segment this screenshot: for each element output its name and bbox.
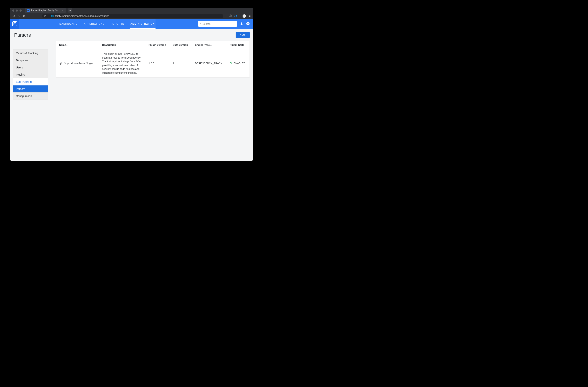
browser-chrome: Parser Plugins : Fortify Software ✕ + ◁ … xyxy=(10,8,253,19)
sidebar: Metrics & Tracking Templates Users Plugi… xyxy=(13,49,48,100)
cell-description: This plugin allows Fortify SSC to integr… xyxy=(101,49,147,78)
table-row[interactable]: Dependency-Track Plugin This plugin allo… xyxy=(56,49,250,78)
plugin-icon xyxy=(59,62,62,65)
nav-dashboard[interactable]: DASHBOARD xyxy=(59,19,78,29)
app-logo[interactable] xyxy=(10,19,19,29)
browser-tab[interactable]: Parser Plugins : Fortify Software ✕ xyxy=(25,8,66,13)
col-engine-type[interactable]: Engine Type xyxy=(193,41,228,49)
window-maximize-icon[interactable] xyxy=(20,9,22,12)
sidebar-item-templates[interactable]: Templates xyxy=(13,57,48,64)
tab-title: Parser Plugins : Fortify Software xyxy=(31,9,61,12)
sidebar-item-users[interactable]: Users xyxy=(13,64,48,71)
parsers-table: Name Description Plugin Version Data Ver… xyxy=(56,41,250,78)
address-bar[interactable]: ◻ 🌐 fortify.example.org/ssc/html/ssc/adm… xyxy=(42,14,223,18)
col-description[interactable]: Description xyxy=(101,41,147,49)
toolbar-divider xyxy=(240,14,240,18)
profile-avatar-icon[interactable] xyxy=(243,14,246,18)
col-name[interactable]: Name xyxy=(56,41,101,49)
col-plugin-version[interactable]: Plugin Version xyxy=(147,41,171,49)
col-plugin-state[interactable]: Plugin State xyxy=(228,41,250,49)
browser-menu-icon[interactable]: ≡ xyxy=(249,14,251,18)
status-ring-icon[interactable] xyxy=(234,15,237,17)
new-tab-button[interactable]: + xyxy=(68,8,72,13)
col-data-version[interactable]: Data Version xyxy=(171,41,193,49)
sidebar-item-parsers[interactable]: Parsers xyxy=(13,85,48,93)
window-minimize-icon[interactable] xyxy=(16,9,18,12)
bookmark-icon[interactable]: ◻ xyxy=(44,15,46,17)
globe-icon: 🌐 xyxy=(51,15,54,17)
reload-icon[interactable]: ⟳ xyxy=(23,15,25,18)
browser-window: Parser Plugins : Fortify Software ✕ + ◁ … xyxy=(10,8,253,161)
main-nav: DASHBOARD APPLICATIONS REPORTS ADMINISTR… xyxy=(19,19,195,29)
fortify-logo-icon xyxy=(12,21,17,26)
cell-plugin-version: 1.0.0 xyxy=(147,49,171,78)
cell-name: Dependency-Track Plugin xyxy=(64,62,93,64)
back-icon[interactable]: ◁ xyxy=(13,15,15,18)
sidebar-item-metrics-tracking[interactable]: Metrics & Tracking xyxy=(13,50,48,57)
nav-administration[interactable]: ADMINISTRATION xyxy=(130,19,155,29)
forward-icon[interactable]: ▷ xyxy=(18,15,20,18)
search-box[interactable] xyxy=(198,21,237,27)
new-button[interactable]: NEW xyxy=(236,32,250,38)
body-row: Metrics & Tracking Templates Users Plugi… xyxy=(10,41,253,100)
sidebar-item-plugins[interactable]: Plugins xyxy=(13,71,48,78)
cell-data-version: 1 xyxy=(171,49,193,78)
state-enabled-icon xyxy=(230,62,232,64)
info-icon[interactable]: ⓘ xyxy=(229,14,232,18)
svg-point-7 xyxy=(60,63,61,64)
page-content: Parsers NEW Metrics & Tracking Templates… xyxy=(10,29,253,100)
page-title: Parsers xyxy=(14,32,31,38)
sidebar-item-bug-tracking[interactable]: Bug Tracking xyxy=(13,78,48,85)
svg-point-9 xyxy=(231,63,232,64)
browser-toolbar: ◁ ▷ ⟳ ◻ 🌐 fortify.example.org/ssc/html/s… xyxy=(10,13,253,19)
svg-point-3 xyxy=(241,22,242,24)
cell-plugin-state: ENABLED xyxy=(234,62,245,65)
toolbar-right: ⓘ ≡ xyxy=(229,14,251,18)
app-header: DASHBOARD APPLICATIONS REPORTS ADMINISTR… xyxy=(10,19,253,29)
nav-applications[interactable]: APPLICATIONS xyxy=(83,19,105,29)
header-right: ? xyxy=(195,19,253,29)
nav-reports[interactable]: REPORTS xyxy=(110,19,125,29)
tab-strip: Parser Plugins : Fortify Software ✕ + xyxy=(10,8,253,13)
page-bar: Parsers NEW xyxy=(10,29,253,41)
sidebar-item-configuration[interactable]: Configuration xyxy=(13,93,48,100)
user-icon[interactable] xyxy=(240,22,244,26)
svg-point-1 xyxy=(200,23,201,24)
cell-engine-type: DEPENDENCY_TRACK xyxy=(193,49,228,78)
window-close-icon[interactable] xyxy=(12,9,14,12)
help-icon[interactable]: ? xyxy=(246,22,250,25)
tab-close-icon[interactable]: ✕ xyxy=(62,9,64,12)
search-icon xyxy=(200,22,201,25)
url-text: fortify.example.org/ssc/html/ssc/admin/p… xyxy=(55,15,109,17)
search-input[interactable] xyxy=(203,22,235,25)
tab-favicon-icon xyxy=(27,9,30,12)
svg-text:?: ? xyxy=(247,23,249,25)
